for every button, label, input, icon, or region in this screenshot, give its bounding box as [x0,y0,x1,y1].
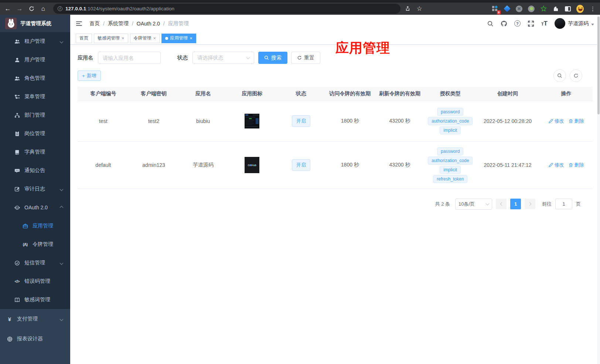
window-scrollbar[interactable] [597,15,600,364]
grant-tag: refresh_token [433,175,467,183]
delete-link[interactable]: 删除 [569,162,584,168]
sidebar-item-menu-management[interactable]: 菜单管理 [0,87,70,106]
edit-link[interactable]: 修改 [549,162,564,168]
goto-page-input[interactable] [555,199,572,209]
extension-tiles-icon[interactable]: 9 [491,5,498,13]
tab-token-management[interactable]: 令牌管理× [130,34,160,43]
header-search-icon[interactable] [487,20,494,27]
close-icon[interactable]: × [153,36,156,41]
scrollbar-thumb[interactable] [597,17,600,114]
sidebar-item-report-designer[interactable]: 报表设计器 [0,329,70,349]
reload-icon [29,6,34,11]
sidebar-item-label: 字典管理 [24,149,45,155]
cell-app-icon [228,101,277,141]
breadcrumb-separator: / [163,21,165,27]
app-screenshot-thumbnail[interactable] [245,114,259,128]
github-thumbnail[interactable]: GitHub [245,157,259,173]
extension-command-icon[interactable]: ⌘ [515,5,523,13]
sidebar-toggle-icon[interactable] [76,20,83,27]
active-dot-icon [165,37,168,40]
search-icon [557,73,562,78]
site-info-icon[interactable]: i [58,6,62,11]
extension-record-icon[interactable] [528,5,535,13]
browser-forward-button[interactable]: → [15,4,24,14]
font-size-icon[interactable]: TT [541,20,548,27]
sidebar-item-errorcode-management[interactable]: </> 错误码管理 [0,272,70,291]
next-page-button[interactable] [525,199,535,209]
add-button-label: 新增 [87,72,96,79]
edit-link-label: 修改 [555,162,564,168]
chevron-right-icon [528,202,531,206]
close-icon[interactable]: × [190,36,192,41]
extensions-puzzle-icon[interactable] [552,5,559,13]
id-badge-icon [14,131,20,137]
sidebar-item-label: 用户管理 [24,56,45,63]
extension-star-icon[interactable] [540,5,547,13]
sidebar-item-user-management[interactable]: 用户管理 [0,51,70,69]
app-name-input[interactable] [98,52,161,64]
sidebar-item-application-management[interactable]: 应用管理 [0,217,70,235]
tab-home[interactable]: 首页 [76,34,92,43]
grant-tag: password [437,108,463,116]
sidebar-item-post-management[interactable]: 岗位管理 [0,124,70,143]
delete-link[interactable]: 删除 [569,118,584,124]
sidebar-item-audit-log[interactable]: 审计日志 [0,180,70,198]
breadcrumb-oauth2[interactable]: OAuth 2.0 [137,21,160,27]
tab-application-management[interactable]: 应用管理× [161,34,196,43]
browser-home-button[interactable]: ⌂ [38,4,48,14]
cell-app-name: 芋道源码 [178,141,228,189]
grant-tag: implicit [440,126,461,134]
fullscreen-icon[interactable] [528,20,534,27]
page-size-value: 10条/页 [458,201,475,207]
trash-icon [569,163,573,167]
sidebar-item-sensitive-words[interactable]: 敏感词管理 [0,291,70,309]
breadcrumb-home[interactable]: 首页 [89,20,100,27]
prev-page-button[interactable] [496,199,507,209]
breadcrumb-system[interactable]: 系统管理 [108,20,129,27]
chevron-down-icon [60,261,64,265]
sidebar-item-dict-management[interactable]: 字典管理 [0,143,70,161]
header-client-id: 客户端编号 [78,87,129,101]
tab-sensitive-words[interactable]: 敏感词管理× [94,34,128,43]
edit-link[interactable]: 修改 [549,118,564,124]
logo-bar[interactable]: 芋道管理系统 [0,15,70,32]
app-title: 芋道管理系统 [20,20,51,27]
browser-back-button[interactable]: ← [3,4,13,14]
sidebar-item-sms-management[interactable]: 短信管理 [0,254,70,272]
browser-reload-button[interactable] [27,4,36,14]
cell-app-name: biubiu [178,101,228,141]
side-panel-icon[interactable] [564,5,572,13]
page-number-button[interactable]: 1 [510,199,521,209]
profile-avatar[interactable] [576,5,584,13]
sidebar-item-label: 敏感词管理 [24,296,50,303]
sidebar-item-role-management[interactable]: 角色管理 [0,69,70,87]
close-icon[interactable]: × [122,36,125,41]
sidebar-item-label: 令牌管理 [33,241,53,248]
share-button[interactable] [403,4,412,14]
status-select[interactable]: 请选择状态 [192,52,254,64]
add-button[interactable]: + 新增 [78,71,101,81]
cell-created-at: 2022-05-12 00:28:20 [475,101,540,141]
sidebar-item-pay-management[interactable]: ¥ 支付管理 [0,309,70,329]
user-menu[interactable]: 芋道源码 [555,18,594,29]
search-button-label: 搜索 [271,55,282,61]
user-name: 芋道源码 [568,20,589,27]
help-icon[interactable]: ? [514,20,521,27]
page-size-select[interactable]: 10条/页 [455,199,492,210]
cell-client-secret: admin123 [129,141,179,189]
github-icon[interactable] [501,20,507,27]
sidebar-item-dept-management[interactable]: 部门管理 [0,106,70,124]
reset-button[interactable]: 重置 [291,52,320,64]
browser-menu-button[interactable]: ⋮ [589,6,597,12]
search-button[interactable]: 搜索 [258,52,287,64]
sidebar-item-token-management[interactable]: (A) 令牌管理 [0,235,70,254]
toggle-search-button[interactable] [553,69,566,82]
sidebar-item-tenant-management[interactable]: 租户管理 [0,32,70,51]
extension-gem-icon[interactable] [503,5,511,13]
sidebar-item-notice-management[interactable]: 通知公告 [0,161,70,180]
bookmark-star-button[interactable]: ☆ [415,4,424,14]
sidebar-item-oauth2[interactable]: OAuth 2.0 [0,198,70,217]
address-bar[interactable]: i 127.0.0.1:1024/system/oauth2/oauth2/ap… [53,4,400,14]
sidebar-item-label: OAuth 2.0 [24,205,48,210]
refresh-table-button[interactable] [570,69,582,82]
